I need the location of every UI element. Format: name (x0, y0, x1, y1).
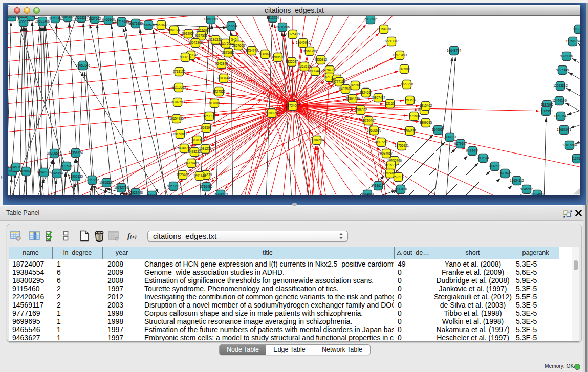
svg-text:3215953: 3215953 (540, 109, 553, 113)
svg-text:9520402: 9520402 (146, 193, 159, 195)
svg-text:10719185: 10719185 (115, 20, 129, 24)
svg-text:9242845: 9242845 (215, 62, 228, 65)
svg-text:7357224: 7357224 (225, 24, 238, 28)
svg-text:12444159: 12444159 (552, 99, 567, 102)
svg-text:16782759: 16782759 (114, 186, 129, 189)
svg-text:19218506: 19218506 (275, 25, 290, 29)
svg-text:18807249: 18807249 (374, 140, 389, 144)
svg-text:116753: 116753 (572, 157, 580, 160)
svg-text:1405572: 1405572 (17, 20, 30, 24)
svg-text:20691406: 20691406 (35, 19, 50, 23)
svg-text:2718176: 2718176 (173, 70, 186, 73)
svg-text:9245652: 9245652 (520, 187, 533, 191)
svg-text:62160: 62160 (385, 102, 395, 105)
svg-text:252214: 252214 (393, 175, 404, 179)
svg-text:8990448: 8990448 (309, 69, 322, 73)
svg-text:19756921: 19756921 (395, 144, 409, 147)
svg-text:1691144: 1691144 (193, 174, 206, 178)
svg-text:6466160: 6466160 (102, 18, 115, 21)
svg-text:3824554: 3824554 (360, 91, 373, 94)
svg-text:8322037: 8322037 (286, 60, 298, 63)
svg-text:9327503: 9327503 (195, 34, 208, 37)
svg-text:1588520: 1588520 (272, 55, 285, 59)
svg-text:10654112: 10654112 (510, 179, 524, 182)
svg-text:10973493: 10973493 (393, 53, 407, 57)
svg-text:19166827: 19166827 (173, 132, 188, 136)
svg-text:867833: 867833 (191, 138, 203, 142)
svg-text:6679197: 6679197 (454, 142, 467, 145)
svg-text:8912954: 8912954 (182, 32, 195, 35)
svg-text:2867608: 2867608 (232, 43, 245, 47)
svg-text:9474444: 9474444 (466, 149, 479, 152)
svg-text:19654985: 19654985 (169, 117, 184, 120)
svg-text:18300295: 18300295 (265, 111, 279, 115)
svg-text:10543362: 10543362 (188, 41, 203, 45)
svg-text:15692971: 15692971 (557, 128, 572, 132)
svg-text:16154838: 16154838 (377, 27, 391, 31)
svg-text:6497508: 6497508 (339, 87, 352, 91)
svg-text:8660124: 8660124 (168, 28, 181, 32)
svg-text:13125419: 13125419 (286, 32, 300, 36)
svg-text:10924502: 10924502 (530, 192, 545, 195)
svg-text:10807487: 10807487 (371, 96, 386, 99)
svg-text:953594: 953594 (201, 126, 212, 129)
svg-text:1615132: 1615132 (385, 163, 398, 167)
svg-text:1527602: 1527602 (89, 17, 101, 20)
svg-text:8427552: 8427552 (213, 90, 226, 93)
svg-text:16024519: 16024519 (213, 192, 228, 195)
svg-text:17957255: 17957255 (85, 178, 100, 182)
svg-text:3267130: 3267130 (203, 114, 216, 118)
svg-text:16648784: 16648784 (447, 49, 462, 52)
svg-text:9814803: 9814803 (361, 192, 374, 195)
svg-text:18051350: 18051350 (48, 16, 63, 20)
svg-text:1640954: 1640954 (432, 128, 445, 132)
svg-text:9881462: 9881462 (61, 16, 74, 19)
svg-text:8498222: 8498222 (188, 150, 201, 154)
svg-text:8471626: 8471626 (499, 171, 512, 175)
svg-text:1733426: 1733426 (395, 187, 407, 191)
svg-text:16961758: 16961758 (302, 49, 317, 53)
svg-text:917006: 917006 (209, 101, 220, 105)
svg-text:8186328: 8186328 (209, 38, 222, 41)
svg-text:2887682: 2887682 (364, 17, 377, 21)
svg-text:14136141: 14136141 (371, 184, 386, 187)
svg-text:3875685: 3875685 (222, 51, 235, 54)
svg-text:15751074: 15751074 (565, 39, 580, 43)
svg-text:7632621: 7632621 (489, 164, 502, 168)
svg-text:2803144: 2803144 (217, 76, 230, 80)
svg-text:20053346: 20053346 (76, 63, 91, 67)
svg-text:18724007: 18724007 (286, 104, 300, 107)
svg-text:16107552: 16107552 (170, 100, 185, 104)
svg-text:746266: 746266 (350, 83, 361, 87)
svg-text:18640910: 18640910 (296, 41, 311, 45)
svg-text:10653267: 10653267 (74, 16, 89, 19)
svg-text:19975867: 19975867 (59, 164, 74, 168)
svg-text:1156829: 1156829 (20, 169, 33, 173)
svg-text:7515526: 7515526 (142, 23, 155, 27)
svg-text:10688609: 10688609 (367, 128, 382, 132)
svg-text:9227349: 9227349 (556, 68, 569, 72)
svg-text:15720407: 15720407 (361, 119, 376, 122)
svg-text:19384554: 19384554 (310, 138, 324, 142)
svg-text:16053809: 16053809 (204, 17, 219, 21)
svg-text:10046788: 10046788 (177, 146, 192, 150)
svg-text:9777169: 9777169 (333, 80, 346, 83)
svg-text:748500: 748500 (399, 67, 410, 71)
svg-text:1204923: 1204923 (404, 129, 417, 133)
svg-text:12942737: 12942737 (37, 170, 52, 174)
svg-text:9146821: 9146821 (259, 52, 272, 56)
svg-text:1287996: 1287996 (541, 103, 554, 106)
svg-text:1362615: 1362615 (298, 64, 311, 68)
svg-text:9815462: 9815462 (420, 104, 432, 107)
svg-text:14099489: 14099489 (184, 161, 199, 165)
svg-text:20364436: 20364436 (345, 97, 360, 100)
svg-text:9579584: 9579584 (408, 114, 421, 118)
svg-text:1727298: 1727298 (401, 82, 413, 86)
svg-text:8938923: 8938923 (444, 135, 456, 139)
svg-text:10958127: 10958127 (99, 181, 114, 184)
svg-text:2935114: 2935114 (477, 156, 490, 160)
svg-text:12923448: 12923448 (128, 191, 143, 194)
svg-text:1345061: 1345061 (10, 165, 23, 169)
svg-text:1145194: 1145194 (51, 171, 63, 175)
svg-text:6794028: 6794028 (323, 68, 336, 72)
